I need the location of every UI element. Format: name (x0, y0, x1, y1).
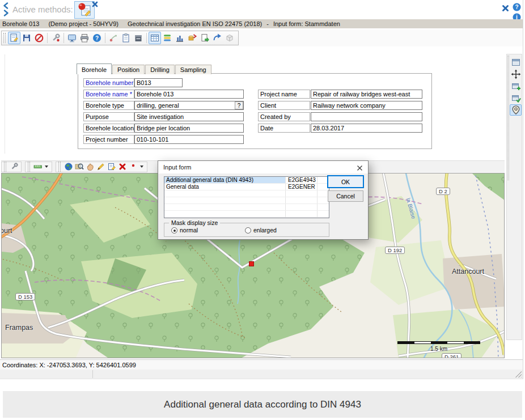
forward-button[interactable] (211, 32, 223, 44)
ok-button[interactable]: OK (328, 176, 363, 188)
location-pin-button[interactable] (510, 104, 522, 116)
list-item-empty[interactable] (164, 197, 329, 204)
edit-note-button[interactable] (106, 162, 117, 172)
form-tabs: Borehole Position Drilling Sampling (77, 63, 212, 74)
tab-sampling[interactable]: Sampling (175, 65, 211, 74)
print-button[interactable] (78, 32, 91, 44)
legend-button[interactable] (161, 32, 173, 44)
form-code: E2GE4943 (286, 177, 317, 183)
resize-grip[interactable] (515, 371, 522, 377)
archive-button[interactable] (132, 32, 145, 44)
purpose-label: Purpose (83, 112, 134, 121)
coordinates-status-bar: Coordinates: X: -247053.3693, Y: 5426401… (0, 359, 523, 370)
svg-text:?: ? (95, 35, 99, 41)
cancel-button[interactable]: Cancel (328, 190, 363, 202)
tab-position[interactable]: Position (112, 65, 145, 74)
group-drag-handle[interactable] (58, 162, 61, 172)
right-toolbar-drag-handle[interactable] (507, 56, 509, 180)
cancel-button[interactable] (33, 32, 45, 44)
project-number-input[interactable] (134, 135, 244, 144)
road-label-d2: D 2 (436, 188, 450, 195)
borehole-map-marker[interactable] (249, 261, 254, 266)
title-project: (Demo project - 50HYV9) (48, 20, 118, 27)
form-list[interactable]: Additional general data (DIN 4943) E2GE4… (164, 176, 329, 218)
borehole-type-help-button[interactable]: ? (235, 101, 243, 109)
borehole-name-label: Borehole name * (83, 90, 134, 99)
delete-button[interactable] (117, 162, 128, 172)
main-toolbar: ? (1, 31, 239, 45)
svg-text:?: ? (515, 4, 518, 10)
tab-drilling[interactable]: Drilling (145, 65, 175, 74)
tab-borehole[interactable]: Borehole (77, 63, 112, 74)
cube-3d-button[interactable] (223, 32, 236, 44)
list-item[interactable]: General data E2GENER (164, 184, 329, 190)
client-input[interactable] (311, 101, 422, 110)
screenshot-stage: Active methods: ? i (0, 0, 525, 420)
status-divider (92, 370, 93, 378)
app-window: Active methods: ? i (0, 0, 523, 379)
tools-button[interactable] (49, 32, 62, 44)
form-name: General data (164, 184, 286, 190)
measure-ruler-button[interactable] (32, 162, 43, 172)
group-label: Mask display size (169, 219, 220, 226)
draw-pencil-button[interactable] (95, 162, 106, 172)
radio-normal-circle[interactable] (171, 227, 177, 234)
radio-normal[interactable]: normal (171, 227, 198, 234)
screen-view-button[interactable] (66, 32, 78, 44)
list-item-empty[interactable] (164, 211, 329, 218)
project-name-input[interactable] (311, 90, 422, 99)
figure-caption: Additional general data according to DIN… (3, 391, 522, 418)
project-number-label: Project number (83, 135, 134, 144)
add-node-button[interactable] (107, 32, 120, 44)
form-add-button[interactable] (510, 80, 522, 92)
toolbar-separator (146, 33, 147, 43)
main-toolbar-strip: ? (0, 29, 523, 46)
marker-dropdown-icon[interactable] (140, 166, 143, 168)
form-code: E2GENER (286, 184, 317, 190)
road-label-d261: D 261 (442, 353, 462, 358)
purpose-input[interactable] (134, 112, 244, 121)
caption-text: Additional general data according to DIN… (164, 399, 361, 410)
form-apply-button[interactable] (510, 92, 522, 104)
title-dash: - (266, 20, 269, 27)
save-button[interactable] (20, 32, 33, 44)
form-window-button[interactable] (510, 57, 522, 68)
group-drag-handle[interactable] (28, 162, 30, 172)
help-icon[interactable]: ? (513, 3, 521, 12)
help-button[interactable]: ? (91, 32, 103, 44)
edit-form-button[interactable] (8, 32, 20, 44)
radio-normal-label: normal (180, 227, 198, 234)
dialog-close-icon[interactable] (355, 164, 363, 172)
borehole-location-input[interactable] (134, 124, 244, 133)
chevron-left-icon[interactable] (3, 2, 10, 9)
radio-enlarged-circle[interactable] (245, 227, 251, 234)
measure-dropdown-icon[interactable] (45, 166, 48, 168)
chevron-right-icon[interactable] (3, 10, 10, 16)
date-input[interactable] (311, 124, 422, 133)
list-item-empty[interactable] (164, 190, 329, 197)
borehole-number-input[interactable] (134, 78, 183, 87)
dialog-title-bar[interactable]: Input form (158, 161, 368, 173)
chart-button[interactable] (173, 32, 186, 44)
clipboard-button[interactable] (120, 32, 132, 44)
group-drag-handle[interactable] (4, 162, 6, 172)
borehole-type-input[interactable] (134, 101, 244, 110)
table-view-button[interactable] (149, 32, 161, 44)
zoom-map-button[interactable] (74, 162, 84, 172)
close-panel-icon[interactable] (502, 5, 509, 13)
close-method-icon[interactable] (92, 1, 98, 9)
export-document-button[interactable] (198, 32, 211, 44)
created-by-input[interactable] (311, 112, 422, 121)
list-item-empty[interactable] (164, 204, 329, 211)
road-label-d153: D 153 (15, 293, 35, 300)
settings-wrench-button[interactable] (9, 162, 19, 172)
toolbar-drag-handle[interactable] (3, 33, 6, 43)
import-data-button[interactable] (186, 32, 198, 44)
pan-hand-button[interactable] (84, 162, 95, 172)
borehole-name-input[interactable] (134, 90, 244, 99)
marker-point-button[interactable] (128, 162, 138, 172)
move-button[interactable] (510, 69, 522, 80)
globe-button[interactable] (63, 162, 74, 172)
list-item[interactable]: Additional general data (DIN 4943) E2GE4… (164, 177, 329, 184)
radio-enlarged[interactable]: enlarged (245, 227, 277, 234)
